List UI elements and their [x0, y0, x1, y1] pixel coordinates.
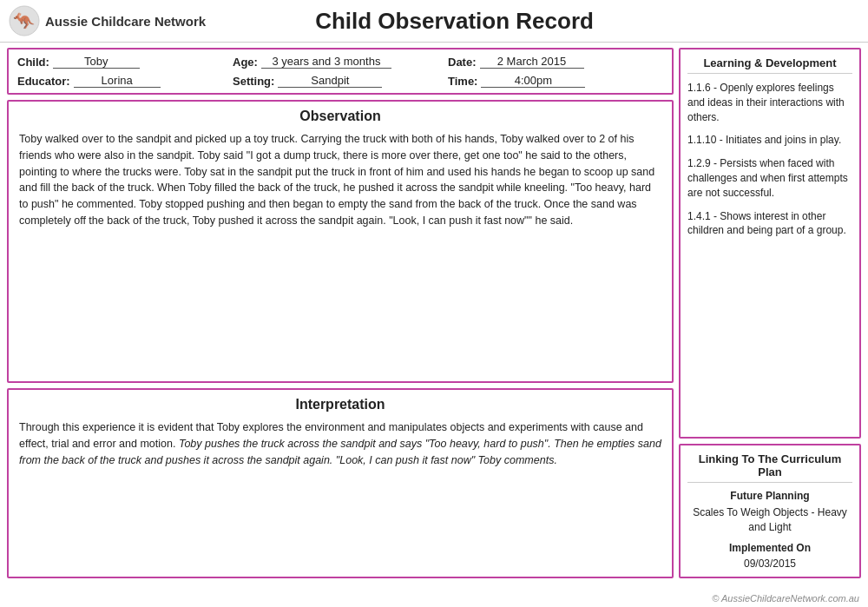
child-label: Child: — [17, 56, 49, 69]
logo-icon: 🦘 — [9, 5, 40, 36]
page-title: Child Observation Record — [206, 8, 859, 35]
ld-item-1: 1.1.6 - Openly explores feelings and ide… — [687, 81, 852, 124]
footer: © AussieChildcareNetwork.com.au — [712, 593, 859, 604]
footer-text: © AussieChildcareNetwork.com.au — [712, 593, 859, 604]
observation-text: Toby walked over to the sandpit and pick… — [19, 131, 661, 229]
child-value: Toby — [53, 55, 140, 69]
age-label: Age: — [233, 56, 258, 69]
future-planning-label: Future Planning — [687, 490, 852, 502]
info-row: Child: Toby Age: 3 years and 3 months Da… — [7, 48, 674, 95]
implemented-date: 09/03/2015 — [687, 558, 852, 570]
educator-label: Educator: — [17, 75, 70, 88]
interpretation-box: Interpretation Through this experience i… — [7, 388, 674, 578]
educator-field: Educator: Lorina — [17, 74, 233, 88]
implemented-label: Implemented On — [687, 542, 852, 554]
curriculum-box: Linking To The Curriculum Plan Future Pl… — [679, 444, 861, 578]
setting-label: Setting: — [233, 75, 274, 88]
logo-text: Aussie Childcare Network — [45, 14, 206, 29]
date-value: 2 March 2015 — [480, 55, 584, 69]
ld-title: Learning & Development — [687, 56, 852, 74]
info-fields-bottom: Educator: Lorina Setting: Sandpit Time: … — [17, 74, 663, 88]
age-value: 3 years and 3 months — [261, 55, 391, 69]
child-field: Child: Toby — [17, 55, 233, 69]
right-column: Learning & Development 1.1.6 - Openly ex… — [679, 48, 861, 578]
time-label: Time: — [448, 75, 477, 88]
learning-development-box: Learning & Development 1.1.6 - Openly ex… — [679, 48, 861, 439]
svg-text:🦘: 🦘 — [13, 10, 35, 31]
curriculum-title: Linking To The Curriculum Plan — [687, 452, 852, 483]
observation-box: Observation Toby walked over to the sand… — [7, 100, 674, 383]
info-fields-top: Child: Toby Age: 3 years and 3 months Da… — [17, 55, 663, 69]
logo-area: 🦘 Aussie Childcare Network — [9, 5, 206, 36]
left-column: Child: Toby Age: 3 years and 3 months Da… — [7, 48, 674, 578]
header: 🦘 Aussie Childcare Network Child Observa… — [0, 0, 868, 43]
date-label: Date: — [448, 56, 477, 69]
interpretation-text: Through this experience it is evident th… — [19, 419, 661, 468]
future-planning-text: Scales To Weigh Objects - Heavy and Ligh… — [687, 505, 852, 535]
main-content: Child: Toby Age: 3 years and 3 months Da… — [0, 43, 868, 584]
ld-item-2: 1.1.10 - Initiates and joins in play. — [687, 133, 852, 148]
setting-field: Setting: Sandpit — [233, 74, 448, 88]
age-field: Age: 3 years and 3 months — [233, 55, 448, 69]
educator-value: Lorina — [74, 74, 161, 88]
setting-value: Sandpit — [278, 74, 382, 88]
interpretation-title: Interpretation — [19, 397, 661, 412]
date-field: Date: 2 March 2015 — [448, 55, 663, 69]
ld-item-3: 1.2.9 - Persists when faced with challen… — [687, 156, 852, 200]
time-value: 4:00pm — [481, 74, 585, 88]
ld-item-4: 1.4.1 - Shows interest in other children… — [687, 209, 852, 239]
observation-title: Observation — [19, 109, 661, 124]
time-field: Time: 4:00pm — [448, 74, 663, 88]
